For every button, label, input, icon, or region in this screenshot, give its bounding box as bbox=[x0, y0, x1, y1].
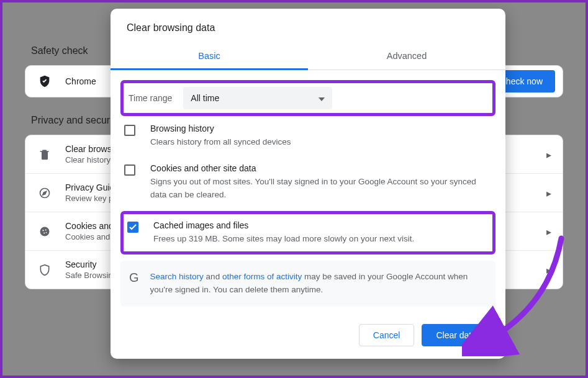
item-title: Browsing history bbox=[150, 124, 492, 133]
browsing-history-row: Browsing history Clears history from all… bbox=[120, 116, 495, 156]
safety-row-label: Chrome bbox=[65, 76, 96, 86]
google-account-info: G Search history and other forms of acti… bbox=[120, 261, 495, 307]
clear-browsing-data-dialog: Clear browsing data Basic Advanced Time … bbox=[111, 9, 505, 359]
chevron-right-icon: ▸ bbox=[546, 225, 551, 237]
dialog-tabs: Basic Advanced bbox=[111, 45, 505, 70]
other-activity-link[interactable]: other forms of activity bbox=[222, 272, 302, 281]
time-range-select[interactable]: All time bbox=[183, 87, 332, 109]
compass-icon bbox=[38, 186, 52, 200]
cookies-checkbox[interactable] bbox=[124, 164, 135, 176]
tab-advanced[interactable]: Advanced bbox=[308, 45, 505, 70]
svg-point-3 bbox=[45, 229, 47, 230]
svg-point-5 bbox=[46, 232, 47, 233]
tab-basic[interactable]: Basic bbox=[111, 45, 308, 70]
search-history-link[interactable]: Search history bbox=[150, 272, 204, 281]
dialog-title: Clear browsing data bbox=[111, 9, 505, 45]
item-title: Cached images and files bbox=[153, 220, 489, 230]
time-range-highlight: Time range All time bbox=[120, 80, 495, 116]
svg-point-1 bbox=[40, 227, 50, 236]
chevron-right-icon: ▸ bbox=[546, 187, 551, 199]
svg-point-4 bbox=[43, 232, 45, 233]
item-desc: Frees up 319 MB. Some sites may load mor… bbox=[153, 233, 489, 245]
browsing-history-checkbox[interactable] bbox=[124, 125, 135, 136]
trash-icon bbox=[38, 148, 52, 161]
cached-images-highlight: Cached images and files Frees up 319 MB.… bbox=[120, 211, 495, 254]
time-range-label: Time range bbox=[127, 93, 178, 103]
item-desc: Signs you out of most sites. You'll stay… bbox=[150, 176, 492, 201]
cookies-data-row: Cookies and other site data Signs you ou… bbox=[120, 156, 495, 209]
clear-data-button[interactable]: Clear data bbox=[422, 324, 491, 346]
svg-point-2 bbox=[42, 230, 43, 231]
item-title: Cookies and other site data bbox=[150, 163, 492, 173]
cached-images-checkbox[interactable] bbox=[127, 222, 138, 233]
cancel-button[interactable]: Cancel bbox=[359, 324, 415, 346]
shield-check-icon bbox=[38, 74, 52, 88]
google-icon: G bbox=[129, 271, 139, 297]
chevron-right-icon: ▸ bbox=[546, 148, 551, 160]
item-desc: Clears history from all synced devices bbox=[150, 136, 492, 148]
info-text: Search history and other forms of activi… bbox=[150, 271, 487, 297]
time-range-value: All time bbox=[191, 93, 219, 103]
chevron-right-icon: ▸ bbox=[546, 264, 551, 276]
shield-icon bbox=[38, 263, 52, 277]
chevron-down-icon bbox=[319, 93, 325, 103]
cookie-icon bbox=[38, 225, 52, 238]
